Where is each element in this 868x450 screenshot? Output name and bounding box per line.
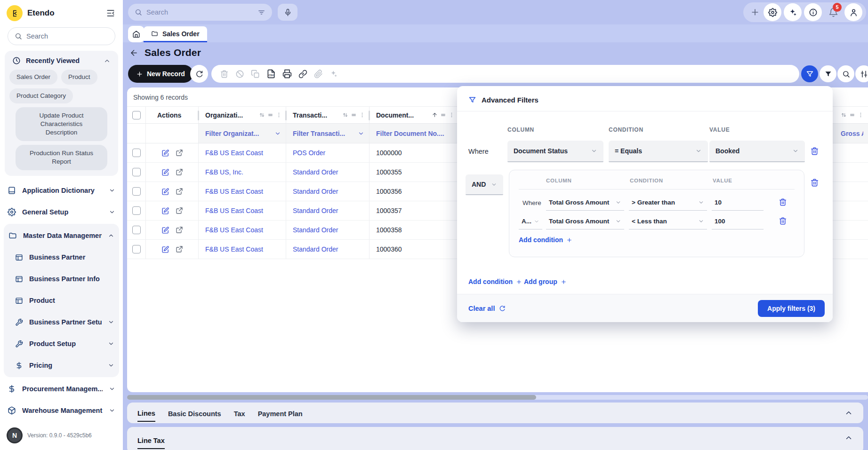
advanced-filters-button[interactable] [801,65,818,82]
collapse-section-icon[interactable] [844,409,853,417]
clear-all-button[interactable]: Clear all [468,305,506,312]
filter-transaction-input[interactable]: Filter Transacti... [286,124,370,143]
copy-record-button[interactable] [251,70,260,79]
info-button[interactable] [804,3,822,21]
resize-icon[interactable] [849,112,855,118]
edit-record-icon[interactable] [161,226,169,234]
refresh-button[interactable] [190,65,208,83]
tab-tax[interactable]: Tax [234,405,245,421]
recent-chip-sales-order[interactable]: Sales Order [9,70,57,85]
ai-actions-button[interactable] [330,70,338,78]
row-checkbox[interactable] [132,226,141,234]
sidebar-item-business-partner-info[interactable]: Business Partner Info [4,268,119,290]
group-condition-select[interactable]: < Less than [629,213,707,229]
tab-payment-plan[interactable]: Payment Plan [258,405,303,421]
tab-lines[interactable]: Lines [137,404,155,422]
transaction-link[interactable]: POS Order [293,149,325,157]
scrollbar-thumb[interactable] [127,395,536,400]
export-csv-button[interactable] [266,69,276,79]
value-select[interactable]: Booked [709,141,805,162]
tab-basic-discounts[interactable]: Basic Discounts [168,405,221,421]
organization-link[interactable]: F&B US, Inc. [205,168,243,176]
sidebar-search-input[interactable] [8,27,115,45]
home-button[interactable] [128,26,145,42]
column-header-transaction[interactable]: Transacti... [286,107,370,123]
filter-button[interactable] [820,65,836,82]
group-condition-select[interactable]: > Greater than [629,195,707,211]
copy-link-button[interactable] [298,70,307,79]
horizontal-scrollbar[interactable] [127,395,868,400]
edit-record-icon[interactable] [161,207,169,215]
row-checkbox[interactable] [132,245,141,253]
delete-group-button[interactable] [810,178,819,187]
row-checkbox[interactable] [132,149,141,157]
edit-record-icon[interactable] [161,168,169,176]
sorted-asc-icon[interactable] [432,112,438,118]
delete-button[interactable] [220,70,229,79]
organization-link[interactable]: F&B US East Coast [205,149,263,157]
cancel-record-button[interactable] [235,70,244,79]
sidebar-item-warehouse-management[interactable]: Warehouse Management [0,400,123,421]
global-search-field[interactable] [146,8,253,16]
filter-organization-input[interactable]: Filter Organizat... [199,124,286,143]
open-record-icon[interactable] [176,149,183,157]
collapse-section-icon[interactable] [844,434,853,442]
delete-condition-button[interactable] [810,147,819,156]
kebab-menu-icon[interactable] [359,112,365,118]
recent-chip-update-product[interactable]: Update Product Characteristics Descripti… [16,107,107,141]
delete-condition-button[interactable] [779,217,787,225]
sort-icon[interactable] [259,112,265,118]
recent-chip-production-run[interactable]: Production Run Status Report [16,145,107,170]
sidebar-collapse-icon[interactable] [106,8,115,18]
open-record-icon[interactable] [176,207,183,214]
new-record-button[interactable]: New Record [128,65,193,83]
recent-chip-product[interactable]: Product [61,70,97,85]
organization-link[interactable]: F&B US East Coast [205,188,263,195]
sidebar-item-product-setup[interactable]: Product Setup [4,333,119,355]
condition-select[interactable]: = Equals [609,141,708,162]
resize-icon[interactable] [267,112,273,118]
open-record-icon[interactable] [176,168,183,176]
kebab-menu-icon[interactable] [449,112,455,118]
sidebar-item-general-setup[interactable]: General Setup [0,201,123,223]
row-checkbox[interactable] [132,168,141,176]
group-value-input[interactable]: 100 [712,213,764,229]
group-column-select[interactable]: Total Gross Amount [546,195,624,211]
column-header-document[interactable]: Document... [370,107,459,123]
column-header-partial[interactable] [832,107,868,123]
back-button[interactable] [129,48,138,57]
microphone-button[interactable] [278,4,297,21]
edit-record-icon[interactable] [161,188,169,196]
global-search-input[interactable] [128,4,272,21]
print-button[interactable] [282,69,292,79]
tab-sales-order[interactable]: Sales Order [144,26,207,42]
resize-icon[interactable] [351,112,357,118]
delete-condition-button[interactable] [779,198,787,206]
kebab-menu-icon[interactable] [858,112,864,118]
sidebar-item-business-partner[interactable]: Business Partner [4,246,119,268]
row-checkbox[interactable] [132,187,141,196]
select-all-checkbox[interactable] [132,111,141,119]
organization-link[interactable]: F&B US East Coast [205,226,263,234]
sidebar-item-pricing[interactable]: Pricing [4,355,119,376]
add-condition-button[interactable]: Add condition [468,278,522,285]
filter-document-input[interactable]: Filter Document No.... [370,124,459,143]
edit-record-icon[interactable] [161,149,169,157]
sidebar-search-field[interactable] [26,32,108,40]
sort-icon[interactable] [841,112,847,118]
transaction-link[interactable]: Standard Order [293,168,338,176]
transaction-link[interactable]: Standard Order [293,226,338,234]
group-value-input[interactable]: 10 [712,195,764,211]
add-group-button[interactable]: Add group [524,278,567,285]
resize-icon[interactable] [440,112,446,118]
transaction-link[interactable]: Standard Order [293,207,338,214]
sort-icon[interactable] [342,112,348,118]
open-record-icon[interactable] [176,245,183,253]
user-avatar[interactable]: N [7,427,23,443]
filter-lines-icon[interactable] [257,8,265,16]
operator-select[interactable]: AND [466,174,503,195]
open-record-icon[interactable] [176,226,183,234]
tab-line-tax[interactable]: Line Tax [137,432,165,449]
chevron-up-icon[interactable] [104,57,111,64]
sidebar-item-procurement-management[interactable]: Procurement Managem... [0,378,123,400]
